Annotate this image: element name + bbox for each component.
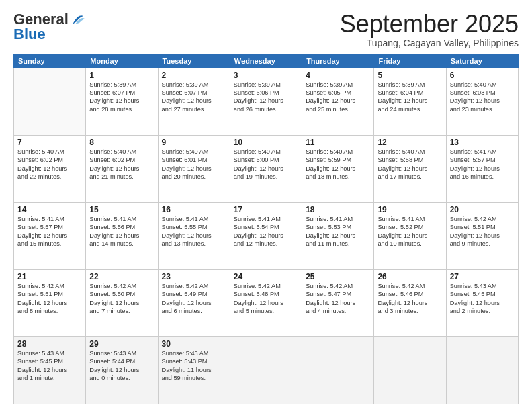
day-number: 18: [306, 205, 370, 214]
col-tuesday: Tuesday: [158, 54, 230, 68]
day-number: 29: [89, 339, 154, 349]
table-row: 2Sunrise: 5:39 AMSunset: 6:07 PMDaylight…: [158, 68, 230, 135]
day-number: 7: [17, 138, 82, 147]
day-info: Sunrise: 5:41 AMSunset: 5:53 PMDaylight:…: [306, 215, 370, 248]
day-info: Sunrise: 5:41 AMSunset: 5:52 PMDaylight:…: [378, 215, 442, 248]
day-info: Sunrise: 5:41 AMSunset: 5:54 PMDaylight:…: [234, 215, 298, 248]
col-thursday: Thursday: [302, 54, 374, 68]
day-number: 16: [162, 205, 226, 214]
table-row: 21Sunrise: 5:42 AMSunset: 5:51 PMDayligh…: [14, 269, 86, 336]
table-row: 30Sunrise: 5:43 AMSunset: 5:43 PMDayligh…: [158, 336, 230, 404]
table-row: [302, 336, 374, 404]
table-row: 1Sunrise: 5:39 AMSunset: 6:07 PMDaylight…: [86, 68, 158, 135]
logo-blue: Blue: [13, 26, 46, 43]
day-info: Sunrise: 5:42 AMSunset: 5:48 PMDaylight:…: [234, 282, 298, 316]
location-subtitle: Tupang, Cagayan Valley, Philippines: [340, 38, 519, 48]
day-number: 10: [234, 138, 298, 147]
day-info: Sunrise: 5:40 AMSunset: 6:00 PMDaylight:…: [234, 148, 298, 181]
day-number: 12: [378, 138, 442, 147]
day-number: 1: [89, 71, 154, 80]
table-row: 9Sunrise: 5:40 AMSunset: 6:01 PMDaylight…: [158, 135, 230, 202]
table-row: 22Sunrise: 5:42 AMSunset: 5:50 PMDayligh…: [86, 269, 158, 336]
logo-wing-icon: [70, 12, 85, 27]
table-row: 11Sunrise: 5:40 AMSunset: 5:59 PMDayligh…: [302, 135, 374, 202]
table-row: 5Sunrise: 5:39 AMSunset: 6:04 PMDaylight…: [374, 68, 446, 135]
col-sunday: Sunday: [14, 54, 86, 68]
table-row: 7Sunrise: 5:40 AMSunset: 6:02 PMDaylight…: [14, 135, 86, 202]
calendar-week-row: 14Sunrise: 5:41 AMSunset: 5:57 PMDayligh…: [14, 202, 519, 269]
day-info: Sunrise: 5:39 AMSunset: 6:06 PMDaylight:…: [234, 81, 298, 114]
day-info: Sunrise: 5:41 AMSunset: 5:55 PMDaylight:…: [162, 215, 226, 248]
table-row: 13Sunrise: 5:41 AMSunset: 5:57 PMDayligh…: [446, 135, 518, 202]
header: General Blue September 2025 Tupang, Caga…: [13, 11, 519, 48]
day-number: 2: [162, 71, 226, 80]
day-number: 30: [162, 339, 226, 349]
day-number: 3: [234, 71, 298, 80]
day-number: 26: [378, 272, 442, 281]
table-row: 10Sunrise: 5:40 AMSunset: 6:00 PMDayligh…: [230, 135, 302, 202]
day-info: Sunrise: 5:42 AMSunset: 5:49 PMDaylight:…: [162, 282, 226, 316]
table-row: 12Sunrise: 5:40 AMSunset: 5:58 PMDayligh…: [374, 135, 446, 202]
day-info: Sunrise: 5:40 AMSunset: 5:59 PMDaylight:…: [306, 148, 370, 181]
table-row: 4Sunrise: 5:39 AMSunset: 6:05 PMDaylight…: [302, 68, 374, 135]
day-number: 14: [17, 205, 82, 214]
col-monday: Monday: [86, 54, 158, 68]
table-row: 24Sunrise: 5:42 AMSunset: 5:48 PMDayligh…: [230, 269, 302, 336]
calendar-week-row: 21Sunrise: 5:42 AMSunset: 5:51 PMDayligh…: [14, 269, 519, 336]
day-info: Sunrise: 5:42 AMSunset: 5:51 PMDaylight:…: [450, 215, 515, 248]
day-number: 9: [162, 138, 226, 147]
day-number: 28: [17, 339, 82, 349]
day-number: 27: [450, 272, 515, 281]
table-row: 14Sunrise: 5:41 AMSunset: 5:57 PMDayligh…: [14, 202, 86, 269]
table-row: 16Sunrise: 5:41 AMSunset: 5:55 PMDayligh…: [158, 202, 230, 269]
day-info: Sunrise: 5:40 AMSunset: 6:02 PMDaylight:…: [89, 148, 154, 181]
day-info: Sunrise: 5:43 AMSunset: 5:44 PMDaylight:…: [89, 349, 154, 383]
day-info: Sunrise: 5:43 AMSunset: 5:45 PMDaylight:…: [450, 282, 515, 316]
table-row: 3Sunrise: 5:39 AMSunset: 6:06 PMDaylight…: [230, 68, 302, 135]
day-info: Sunrise: 5:41 AMSunset: 5:57 PMDaylight:…: [450, 148, 515, 181]
table-row: 8Sunrise: 5:40 AMSunset: 6:02 PMDaylight…: [86, 135, 158, 202]
day-info: Sunrise: 5:42 AMSunset: 5:47 PMDaylight:…: [306, 282, 370, 316]
day-number: 24: [234, 272, 298, 281]
day-number: 15: [89, 205, 154, 214]
day-info: Sunrise: 5:39 AMSunset: 6:05 PMDaylight:…: [306, 81, 370, 114]
day-number: 8: [89, 138, 154, 147]
page: General Blue September 2025 Tupang, Caga…: [0, 0, 532, 411]
title-block: September 2025 Tupang, Cagayan Valley, P…: [340, 11, 519, 48]
table-row: 29Sunrise: 5:43 AMSunset: 5:44 PMDayligh…: [86, 336, 158, 404]
day-info: Sunrise: 5:40 AMSunset: 6:02 PMDaylight:…: [17, 148, 82, 181]
month-title: September 2025: [340, 11, 519, 38]
day-info: Sunrise: 5:42 AMSunset: 5:46 PMDaylight:…: [378, 282, 442, 316]
table-row: [374, 336, 446, 404]
day-number: 17: [234, 205, 298, 214]
table-row: 28Sunrise: 5:43 AMSunset: 5:45 PMDayligh…: [14, 336, 86, 404]
table-row: 23Sunrise: 5:42 AMSunset: 5:49 PMDayligh…: [158, 269, 230, 336]
day-info: Sunrise: 5:42 AMSunset: 5:50 PMDaylight:…: [89, 282, 154, 316]
day-number: 13: [450, 138, 515, 147]
calendar-week-row: 1Sunrise: 5:39 AMSunset: 6:07 PMDaylight…: [14, 68, 519, 135]
day-number: 20: [450, 205, 515, 214]
day-info: Sunrise: 5:42 AMSunset: 5:51 PMDaylight:…: [17, 282, 82, 316]
day-info: Sunrise: 5:39 AMSunset: 6:07 PMDaylight:…: [89, 81, 154, 114]
day-number: 6: [450, 71, 515, 80]
table-row: 6Sunrise: 5:40 AMSunset: 6:03 PMDaylight…: [446, 68, 518, 135]
calendar-header-row: Sunday Monday Tuesday Wednesday Thursday…: [14, 54, 519, 68]
table-row: 15Sunrise: 5:41 AMSunset: 5:56 PMDayligh…: [86, 202, 158, 269]
table-row: [446, 336, 518, 404]
day-info: Sunrise: 5:40 AMSunset: 6:03 PMDaylight:…: [450, 81, 515, 114]
day-number: 23: [162, 272, 226, 281]
day-info: Sunrise: 5:43 AMSunset: 5:43 PMDaylight:…: [162, 349, 226, 383]
day-info: Sunrise: 5:40 AMSunset: 5:58 PMDaylight:…: [378, 148, 442, 181]
day-info: Sunrise: 5:39 AMSunset: 6:04 PMDaylight:…: [378, 81, 442, 114]
day-info: Sunrise: 5:41 AMSunset: 5:56 PMDaylight:…: [89, 215, 154, 248]
day-number: 5: [378, 71, 442, 80]
table-row: 19Sunrise: 5:41 AMSunset: 5:52 PMDayligh…: [374, 202, 446, 269]
table-row: [14, 68, 86, 135]
day-number: 25: [306, 272, 370, 281]
day-number: 19: [378, 205, 442, 214]
day-info: Sunrise: 5:43 AMSunset: 5:45 PMDaylight:…: [17, 349, 82, 383]
table-row: 20Sunrise: 5:42 AMSunset: 5:51 PMDayligh…: [446, 202, 518, 269]
calendar-table: Sunday Monday Tuesday Wednesday Thursday…: [13, 54, 519, 404]
day-number: 22: [89, 272, 154, 281]
day-number: 11: [306, 138, 370, 147]
